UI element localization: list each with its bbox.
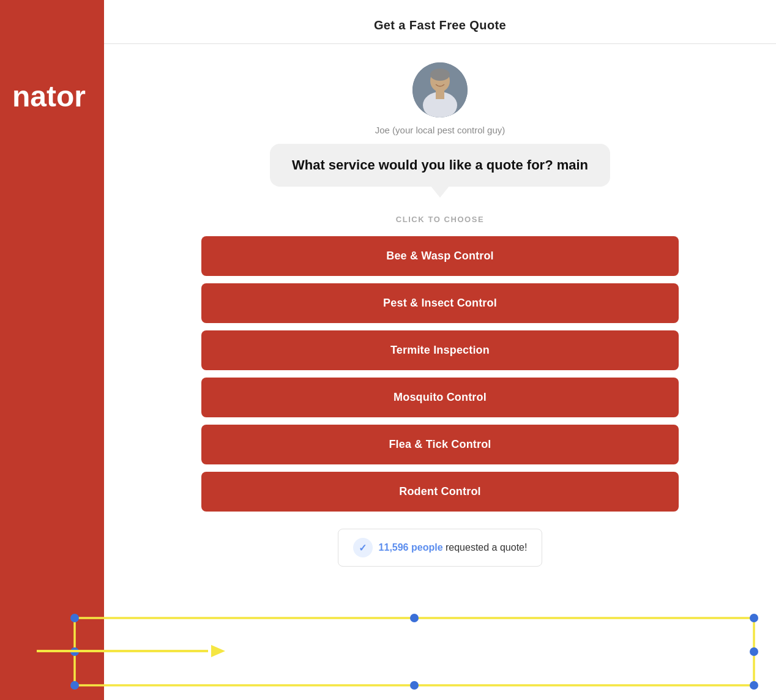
- main-panel: Get a Fast Free Quote Joe (your local pe…: [104, 0, 776, 700]
- sidebar: nator: [0, 73, 98, 119]
- avatar: [412, 62, 468, 117]
- avatar-container: Joe (your local pest control guy): [375, 62, 506, 135]
- header-title: Get a Fast Free Quote: [374, 18, 506, 32]
- option-bee-wasp[interactable]: Bee & Wasp Control: [201, 236, 679, 276]
- header-divider: [104, 43, 776, 44]
- option-mosquito[interactable]: Mosquito Control: [201, 378, 679, 417]
- sidebar-text: nator: [12, 80, 86, 113]
- social-proof-bar: ✓ 11,596 people requested a quote!: [338, 529, 543, 567]
- option-rodent[interactable]: Rodent Control: [201, 472, 679, 512]
- avatar-name: Joe (your local pest control guy): [375, 125, 506, 135]
- option-pest-insect[interactable]: Pest & Insect Control: [201, 283, 679, 323]
- svg-point-6: [70, 614, 79, 622]
- speech-bubble: What service would you like a quote for?…: [270, 144, 610, 187]
- option-flea-tick[interactable]: Flea & Tick Control: [201, 425, 679, 464]
- svg-point-11: [70, 681, 79, 690]
- social-proof-count: 11,596 people: [379, 542, 443, 553]
- social-proof-suffix: requested a quote!: [443, 542, 528, 553]
- svg-point-9: [70, 647, 79, 656]
- check-icon: ✓: [359, 542, 367, 554]
- svg-rect-4: [436, 91, 444, 99]
- option-termite[interactable]: Termite Inspection: [201, 330, 679, 370]
- click-to-choose-label: CLICK TO CHOOSE: [396, 215, 485, 224]
- speech-bubble-text: What service would you like a quote for?…: [292, 157, 588, 173]
- svg-point-2: [430, 69, 450, 81]
- options-container: Bee & Wasp Control Pest & Insect Control…: [201, 236, 679, 512]
- check-circle: ✓: [353, 538, 373, 557]
- social-proof-text: 11,596 people requested a quote!: [379, 542, 528, 553]
